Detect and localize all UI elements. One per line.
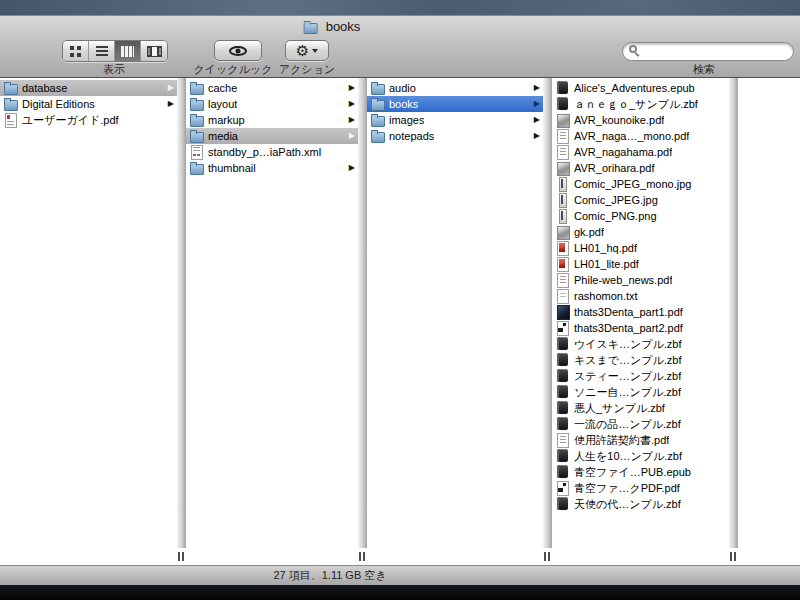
book-icon — [556, 385, 570, 399]
column-item[interactable]: Phile-web_news.pdf — [552, 272, 729, 288]
quicklook-label: クイックルック — [194, 62, 273, 77]
folder-icon — [190, 81, 204, 95]
column-item[interactable]: Comic_PNG.png — [552, 208, 729, 224]
action-menu-button[interactable]: ⚙ — [285, 40, 329, 61]
item-label: ａｎｅｇｏ_サンプル.zbf — [574, 97, 698, 112]
column-item[interactable]: AVR_nagahama.pdf — [552, 144, 729, 160]
column-item[interactable]: media▶ — [186, 128, 358, 144]
item-label: LH01_lite.pdf — [574, 258, 639, 270]
column-item[interactable]: AVR_kounoike.pdf — [552, 112, 729, 128]
imggray-icon — [556, 113, 570, 127]
column-item[interactable]: markup▶ — [186, 112, 358, 128]
folder-icon — [190, 129, 204, 143]
column-resize-handle[interactable] — [730, 552, 732, 561]
disclosure-arrow-icon: ▶ — [345, 116, 355, 124]
column-item[interactable]: 人生を10…ンプル.zbf — [552, 448, 729, 464]
coverflow-view-icon — [147, 46, 162, 57]
view-as-coverflow-button[interactable] — [141, 41, 167, 61]
bw-icon — [556, 321, 570, 335]
item-label: rashomon.txt — [574, 290, 638, 302]
status-bar: 27 項目、1.11 GB 空き — [0, 565, 800, 585]
column-item[interactable]: cache▶ — [186, 80, 358, 96]
column-item[interactable]: audio▶ — [367, 80, 543, 96]
column-item[interactable]: 青空ファ…クPDF.pdf — [552, 480, 729, 496]
view-as-list-button[interactable] — [89, 41, 115, 61]
view-label: 表示 — [103, 62, 125, 77]
column-item[interactable]: キスまで…ンプル.zbf — [552, 352, 729, 368]
column-item[interactable]: AVR_orihara.pdf — [552, 160, 729, 176]
book-icon — [556, 369, 570, 383]
item-label: cache — [208, 82, 237, 94]
view-as-columns-button[interactable] — [115, 41, 141, 61]
item-label: database — [22, 82, 67, 94]
column-item[interactable]: Comic_JPEG_mono.jpg — [552, 176, 729, 192]
item-label: Digital Editions — [22, 98, 95, 110]
window-titlebar[interactable]: books — [0, 15, 800, 38]
column-item[interactable]: thats3Denta_part1.pdf — [552, 304, 729, 320]
column-item[interactable]: images▶ — [367, 112, 543, 128]
column-3: audio▶books▶images▶notepads▶ — [367, 78, 543, 565]
column-item[interactable]: 悪人_サンプル.zbf — [552, 400, 729, 416]
item-label: ユーザーガイド.pdf — [22, 113, 119, 128]
column-5-empty — [738, 78, 800, 565]
column-divider — [177, 78, 186, 565]
folder-icon — [190, 161, 204, 175]
item-label: AVR_orihara.pdf — [574, 162, 655, 174]
imggray-icon — [556, 225, 570, 239]
column-item[interactable]: Digital Editions▶ — [0, 96, 177, 112]
item-label: Comic_JPEG.jpg — [574, 194, 658, 206]
page-icon — [556, 145, 570, 159]
item-label: layout — [208, 98, 237, 110]
item-label: notepads — [389, 130, 434, 142]
book-icon — [556, 401, 570, 415]
column-item[interactable]: books▶ — [367, 96, 543, 112]
item-label: thumbnail — [208, 162, 256, 174]
column-resize-handle[interactable] — [178, 552, 180, 561]
view-as-icons-button[interactable] — [63, 41, 89, 61]
column-item[interactable]: Comic_JPEG.jpg — [552, 192, 729, 208]
item-label: AVR_kounoike.pdf — [574, 114, 664, 126]
gear-icon: ⚙ — [296, 43, 309, 58]
column-item[interactable]: ユーザーガイド.pdf — [0, 112, 177, 128]
column-item[interactable]: 天使の代…ンプル.zbf — [552, 496, 729, 512]
search-input[interactable] — [622, 42, 794, 61]
column-divider — [358, 78, 367, 565]
item-label: gk.pdf — [574, 226, 604, 238]
view-mode-segmented-control — [62, 40, 168, 62]
column-item[interactable]: スティー…ンプル.zbf — [552, 368, 729, 384]
column-item[interactable]: database▶ — [0, 80, 177, 96]
column-item[interactable]: thats3Denta_part2.pdf — [552, 320, 729, 336]
column-item[interactable]: layout▶ — [186, 96, 358, 112]
column-1: database▶Digital Editions▶ユーザーガイド.pdf — [0, 78, 177, 565]
column-item[interactable]: standby_p…iaPath.xml — [186, 144, 358, 160]
strip-icon — [556, 209, 570, 223]
column-item[interactable]: 青空ファイ…PUB.epub — [552, 464, 729, 480]
column-item[interactable]: 一流の品…ンプル.zbf — [552, 416, 729, 432]
column-item[interactable]: Alice's_Adventures.epub — [552, 80, 729, 96]
column-resize-handle[interactable] — [544, 552, 546, 561]
item-label: thats3Denta_part1.pdf — [574, 306, 683, 318]
column-item[interactable]: thumbnail▶ — [186, 160, 358, 176]
column-item[interactable]: 使用許諾契約書.pdf — [552, 432, 729, 448]
column-item[interactable]: rashomon.txt — [552, 288, 729, 304]
column-item[interactable]: AVR_naga…_mono.pdf — [552, 128, 729, 144]
column-item[interactable]: ウイスキ…ンプル.zbf — [552, 336, 729, 352]
column-item[interactable]: gk.pdf — [552, 224, 729, 240]
column-resize-handle[interactable] — [359, 552, 361, 561]
folder-icon — [304, 20, 318, 34]
column-item[interactable]: ａｎｅｇｏ_サンプル.zbf — [552, 96, 729, 112]
item-label: ソニー自…ンプル.zbf — [574, 385, 681, 400]
item-label: markup — [208, 114, 245, 126]
folder-icon — [4, 97, 18, 111]
screen: books 表示 クイックルック ⚙ アクション — [0, 0, 800, 600]
column-item[interactable]: LH01_hq.pdf — [552, 240, 729, 256]
quicklook-button[interactable] — [214, 40, 262, 61]
window-title: books — [326, 19, 361, 34]
eye-icon — [229, 46, 247, 56]
folder-icon — [371, 113, 385, 127]
column-item[interactable]: notepads▶ — [367, 128, 543, 144]
page-icon — [556, 129, 570, 143]
column-item[interactable]: ソニー自…ンプル.zbf — [552, 384, 729, 400]
column-item[interactable]: LH01_lite.pdf — [552, 256, 729, 272]
book-icon — [556, 497, 570, 511]
